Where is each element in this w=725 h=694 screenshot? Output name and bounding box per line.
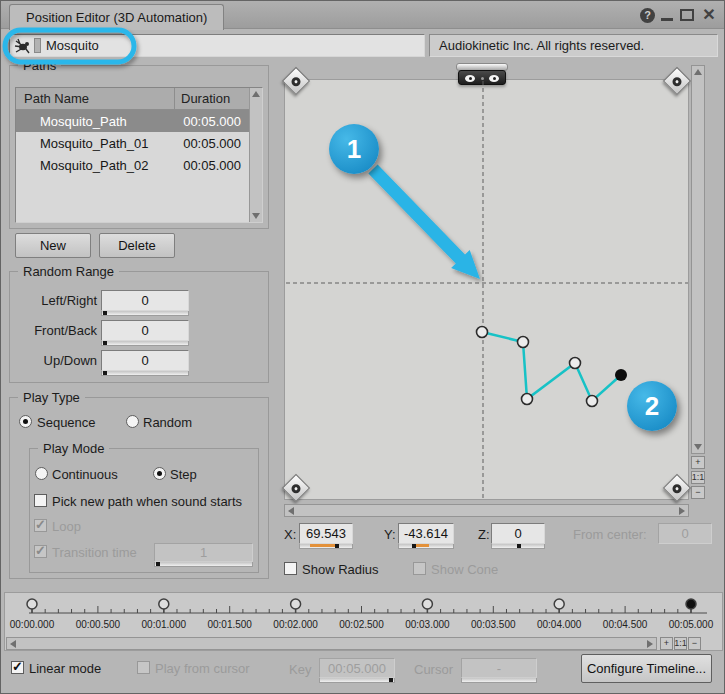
maximize-button[interactable] [680,9,694,21]
zoom-in-button[interactable]: + [691,456,705,469]
show-radius-label[interactable]: Show Radius [302,562,379,577]
front-back-field[interactable]: 0 [101,320,189,341]
graph-horizontal-scrollbar[interactable] [284,504,689,517]
scroll-right-icon[interactable] [647,640,653,648]
timeline-tick-label: 00:03.000 [405,619,450,630]
transition-time-field: 1 [154,543,253,562]
window-tab[interactable]: Position Editor (3D Automation) [9,4,224,30]
paths-table[interactable]: Path Name Duration Mosquito_Path00:05.00… [15,87,263,223]
object-type-chip [34,38,41,53]
scroll-down-icon[interactable] [252,213,260,219]
step-label[interactable]: Step [170,467,197,482]
linear-mode-label[interactable]: Linear mode [29,661,101,676]
timeline-keyframe[interactable] [291,599,301,609]
timeline-keyframe[interactable] [422,599,432,609]
up-down-slider[interactable] [101,371,189,376]
object-name-field[interactable]: Mosquito [9,34,425,57]
path-row-name[interactable]: Mosquito_Path_01 [16,136,175,151]
key-label: Key [289,662,311,677]
up-down-label: Up/Down [15,353,97,368]
new-button[interactable]: New [15,233,91,258]
up-down-field[interactable]: 0 [101,350,189,371]
path-row-duration[interactable]: 00:05.000 [175,158,245,173]
from-center-label: From center: [573,527,647,542]
x-label: X: [284,527,296,542]
left-right-field[interactable]: 0 [101,290,189,311]
random-radio[interactable] [126,415,139,428]
timeline-keyframe[interactable] [27,599,37,609]
paths-scrollbar[interactable] [249,88,262,222]
close-button[interactable]: ✕ [700,5,718,25]
timeline-zoom-out-button[interactable]: − [688,637,701,650]
front-back-slider[interactable] [101,341,189,346]
cursor-field: - [461,658,537,678]
scroll-left-icon[interactable] [288,507,294,515]
path-row[interactable]: Mosquito_Path_0200:05.000 [16,154,262,176]
loop-label: Loop [52,519,81,534]
transition-time-label: Transition time [52,545,137,560]
continuous-radio[interactable] [35,467,48,480]
position-editor-window: Position Editor (3D Automation) ? ✕ Mosq… [0,0,725,694]
y-slider[interactable] [398,544,454,549]
timeline-tick-label: 00:02.500 [339,619,384,630]
scroll-right-icon[interactable] [679,507,685,515]
scroll-up-icon[interactable] [694,69,702,75]
key-slider [319,678,395,683]
help-icon[interactable]: ? [640,8,655,23]
left-right-slider[interactable] [101,311,189,316]
title-bar: Position Editor (3D Automation) ? ✕ [1,1,724,29]
scroll-up-icon[interactable] [252,91,260,97]
sequence-radio[interactable] [19,415,32,428]
path-row[interactable]: Mosquito_Path00:05.000 [16,110,262,132]
show-cone-label: Show Cone [431,562,498,577]
x-slider[interactable] [299,544,353,549]
scroll-left-icon[interactable] [10,640,16,648]
z-field[interactable]: 0 [491,523,545,544]
object-name-text: Mosquito [46,38,99,53]
timeline-tick-label: 00:01.000 [142,619,187,630]
random-label[interactable]: Random [143,415,192,430]
step-radio[interactable] [153,467,166,480]
paths-table-body: Mosquito_Path00:05.000Mosquito_Path_0100… [16,110,262,176]
show-radius-checkbox[interactable] [284,562,297,575]
graph-vertical-scrollbar[interactable] [691,65,705,454]
timeline-keyframe[interactable] [686,599,696,609]
delete-button[interactable]: Delete [99,233,175,258]
pick-new-path-label[interactable]: Pick new path when sound starts [52,494,242,509]
timeline-scrollbar[interactable] [6,637,657,650]
timeline-ruler[interactable]: 00:00.00000:00.50000:01.00000:01.50000:0… [5,593,722,636]
path-row-name[interactable]: Mosquito_Path_02 [16,158,175,173]
path-row-duration[interactable]: 00:05.000 [175,114,245,129]
timeline-zoom-reset-button[interactable]: 1:1 [674,637,687,650]
linear-mode-checkbox[interactable] [11,661,24,674]
play-type-label: Play Type [18,390,85,405]
timeline-tick-label: 00:04.000 [537,619,582,630]
timeline-keyframe[interactable] [159,599,169,609]
transition-time-slider [154,562,253,567]
mosquito-icon [14,37,32,55]
z-slider[interactable] [491,544,545,549]
random-range-label: Random Range [18,264,119,279]
zoom-out-button[interactable]: − [691,486,705,499]
y-field[interactable]: -43.614 [398,523,454,544]
path-row[interactable]: Mosquito_Path_0100:05.000 [16,132,262,154]
minimize-button[interactable] [661,18,673,21]
from-center-field: 0 [658,523,712,544]
continuous-label[interactable]: Continuous [52,467,118,482]
scroll-down-icon[interactable] [694,444,702,450]
column-duration[interactable]: Duration [175,91,237,106]
timeline-zoom-in-button[interactable]: + [660,637,673,650]
sequence-label[interactable]: Sequence [37,415,96,430]
path-row-duration[interactable]: 00:05.000 [175,136,245,151]
timeline-keyframe[interactable] [554,599,564,609]
paths-table-header[interactable]: Path Name Duration [16,88,262,110]
cursor-slider [461,678,537,683]
pick-new-path-checkbox[interactable] [34,494,47,507]
x-field[interactable]: 69.543 [299,523,353,544]
cursor-label: Cursor [414,662,453,677]
timeline-tick-label: 00:05.000 [669,619,714,630]
path-row-name[interactable]: Mosquito_Path [16,114,175,129]
zoom-reset-button[interactable]: 1:1 [691,471,705,484]
column-path-name[interactable]: Path Name [16,88,175,110]
configure-timeline-button[interactable]: Configure Timeline... [581,654,712,683]
